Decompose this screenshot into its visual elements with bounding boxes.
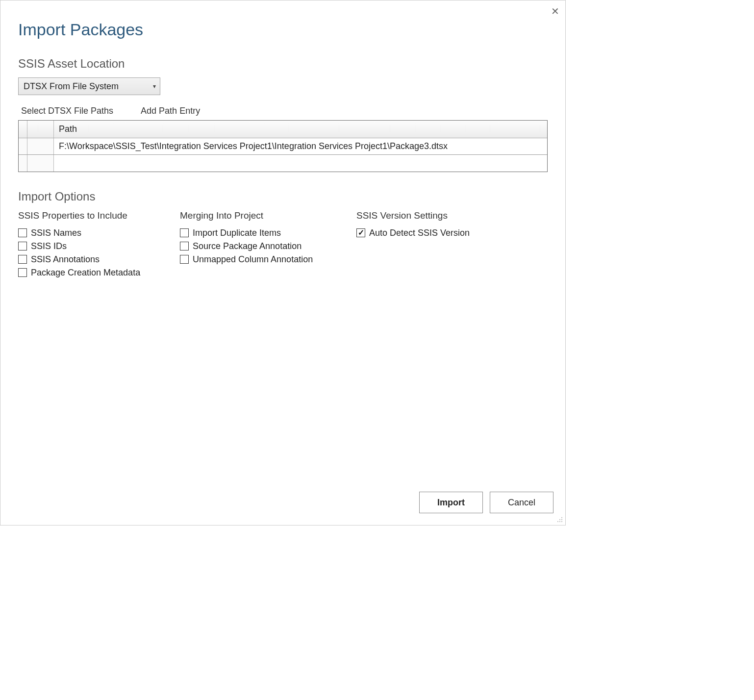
add-path-entry-action[interactable]: Add Path Entry xyxy=(141,106,200,116)
svg-point-3 xyxy=(557,521,558,522)
ssis-names-option[interactable]: SSIS Names xyxy=(18,227,180,239)
svg-point-2 xyxy=(561,519,562,520)
auto-detect-version-option[interactable]: Auto Detect SSIS Version xyxy=(356,227,518,239)
version-col-header: SSIS Version Settings xyxy=(356,210,518,221)
merging-col-header: Merging Into Project xyxy=(180,210,356,221)
checkbox-icon[interactable] xyxy=(180,228,189,237)
ssis-names-label: SSIS Names xyxy=(31,227,81,239)
asset-location-heading: SSIS Asset Location xyxy=(18,57,548,71)
ssis-annotations-option[interactable]: SSIS Annotations xyxy=(18,253,180,265)
resize-grip-icon xyxy=(557,517,564,524)
import-button[interactable]: Import xyxy=(419,492,483,513)
source-package-annotation-label: Source Package Annotation xyxy=(193,240,302,252)
grid-row-selector[interactable] xyxy=(19,138,27,154)
properties-col-header: SSIS Properties to Include xyxy=(18,210,180,221)
import-duplicate-items-option[interactable]: Import Duplicate Items xyxy=(180,227,356,239)
grid-header: Path xyxy=(19,121,547,138)
paths-grid: Path F:\Workspace\SSIS_Test\Integration … xyxy=(18,120,548,172)
checkbox-icon[interactable] xyxy=(18,255,27,264)
grid-cell-path[interactable] xyxy=(54,155,547,172)
properties-to-include-col: SSIS Properties to Include SSIS Names SS… xyxy=(18,210,180,280)
svg-point-1 xyxy=(559,519,560,520)
ssis-annotations-label: SSIS Annotations xyxy=(31,253,100,265)
grid-row-marker[interactable] xyxy=(27,138,54,154)
grid-row-marker[interactable] xyxy=(27,155,54,172)
svg-point-0 xyxy=(561,517,562,518)
dialog-title: Import Packages xyxy=(18,20,548,39)
checkbox-icon[interactable] xyxy=(180,255,189,264)
grid-header-path: Path xyxy=(54,121,547,138)
ssis-version-settings-col: SSIS Version Settings Auto Detect SSIS V… xyxy=(356,210,518,280)
source-package-annotation-option[interactable]: Source Package Annotation xyxy=(180,240,356,252)
path-toolbar: Select DTSX File Paths Add Path Entry xyxy=(18,106,548,116)
import-options-heading: Import Options xyxy=(18,190,548,203)
ssis-ids-label: SSIS IDs xyxy=(31,240,67,252)
grid-cell-path[interactable]: F:\Workspace\SSIS_Test\Integration Servi… xyxy=(54,138,547,154)
checkbox-icon[interactable] xyxy=(18,268,27,277)
svg-point-4 xyxy=(559,521,560,522)
grid-row-selector[interactable] xyxy=(19,155,27,172)
grid-header-selector xyxy=(19,121,27,138)
asset-location-selected: DTSX From File System xyxy=(24,81,119,92)
asset-location-dropdown[interactable]: DTSX From File System ▾ xyxy=(18,77,160,95)
package-creation-metadata-label: Package Creation Metadata xyxy=(31,267,140,278)
import-options-section: Import Options SSIS Properties to Includ… xyxy=(18,190,548,280)
grid-header-rowmark xyxy=(27,121,54,138)
dialog-footer: Import Cancel xyxy=(419,492,553,513)
checkbox-icon[interactable] xyxy=(180,242,189,250)
asset-location-section: SSIS Asset Location DTSX From File Syste… xyxy=(18,57,548,172)
checkbox-checked-icon[interactable] xyxy=(356,228,365,237)
close-icon[interactable]: ✕ xyxy=(551,6,559,16)
select-dtsx-paths-action[interactable]: Select DTSX File Paths xyxy=(21,106,113,116)
options-columns: SSIS Properties to Include SSIS Names SS… xyxy=(18,210,548,280)
unmapped-column-annotation-label: Unmapped Column Annotation xyxy=(193,253,313,265)
chevron-down-icon: ▾ xyxy=(153,83,156,90)
package-creation-metadata-option[interactable]: Package Creation Metadata xyxy=(18,267,180,278)
ssis-ids-option[interactable]: SSIS IDs xyxy=(18,240,180,252)
dialog-content: Import Packages SSIS Asset Location DTSX… xyxy=(0,0,565,280)
cancel-button[interactable]: Cancel xyxy=(490,492,553,513)
import-duplicate-items-label: Import Duplicate Items xyxy=(193,227,281,239)
checkbox-icon[interactable] xyxy=(18,242,27,250)
unmapped-column-annotation-option[interactable]: Unmapped Column Annotation xyxy=(180,253,356,265)
grid-row[interactable]: F:\Workspace\SSIS_Test\Integration Servi… xyxy=(19,138,547,155)
svg-point-5 xyxy=(561,521,562,522)
grid-row[interactable] xyxy=(19,155,547,172)
merging-into-project-col: Merging Into Project Import Duplicate It… xyxy=(180,210,356,280)
checkbox-icon[interactable] xyxy=(18,228,27,237)
auto-detect-version-label: Auto Detect SSIS Version xyxy=(369,227,470,239)
